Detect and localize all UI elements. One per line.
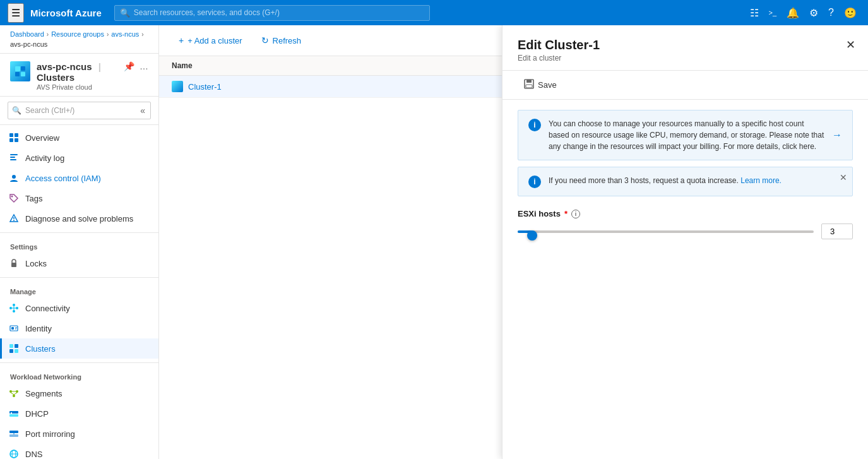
learn-more-link[interactable]: Learn more. <box>740 176 782 185</box>
esxi-hosts-label-info-icon[interactable]: i <box>571 210 580 218</box>
connectivity-icon <box>8 302 20 314</box>
svg-rect-24 <box>11 327 14 330</box>
add-cluster-button[interactable]: + + Add a cluster <box>172 32 249 49</box>
more-options-icon[interactable]: … <box>140 61 148 71</box>
portal-icon-btn[interactable]: ☷ <box>746 3 763 23</box>
esxi-hosts-input[interactable] <box>821 224 853 239</box>
cloud-shell-btn[interactable]: >_ <box>765 5 781 20</box>
sidebar-item-overview[interactable]: Overview <box>0 128 158 148</box>
esxi-hosts-label-text: ESXi hosts <box>518 209 561 218</box>
sidebar: Dashboard › Resource groups › avs-ncus ›… <box>0 25 159 459</box>
breadcrumb-resource-groups[interactable]: Resource groups <box>51 30 104 38</box>
breadcrumb-avs-ncus[interactable]: avs-ncus <box>111 30 139 38</box>
main-content: + + Add a cluster ↻ Refresh Name ESXi ho… <box>159 25 868 459</box>
sidebar-item-label: Identity <box>25 324 52 333</box>
sidebar-item-identity[interactable]: Identity <box>0 318 158 338</box>
global-search-box: 🔍 <box>114 5 430 21</box>
svg-rect-8 <box>10 154 18 155</box>
sidebar-search-area: 🔍 « <box>0 97 158 125</box>
sidebar-item-locks[interactable]: Locks <box>0 253 158 273</box>
hamburger-icon: ☰ <box>11 8 20 18</box>
edit-panel-body: i You can choose to manage your resource… <box>502 100 868 459</box>
sidebar-item-segments[interactable]: Segments <box>0 383 158 403</box>
notifications-btn[interactable]: 🔔 <box>783 3 803 23</box>
svg-rect-4 <box>9 133 13 137</box>
sidebar-search-inner: 🔍 « <box>8 102 151 119</box>
slider-thumb[interactable] <box>527 230 537 241</box>
top-navigation: ☰ Microsoft Azure 🔍 ☷ >_ 🔔 ⚙ ? 🙂 <box>0 0 868 25</box>
edit-panel-close-button[interactable]: ✕ <box>843 35 858 54</box>
svg-rect-5 <box>15 133 18 137</box>
overview-icon <box>8 131 20 144</box>
app-layout: Dashboard › Resource groups › avs-ncus ›… <box>0 25 868 459</box>
info-banner-close-button[interactable]: ✕ <box>840 172 847 182</box>
sidebar-item-dhcp[interactable]: DHCP <box>0 403 158 424</box>
svg-rect-10 <box>10 159 16 160</box>
identity-icon <box>8 322 20 335</box>
breadcrumb-sep-1: › <box>47 31 49 38</box>
svg-line-35 <box>11 393 14 395</box>
resource-header-actions: 📌 … <box>124 61 148 71</box>
portal-icon: ☷ <box>750 7 759 19</box>
settings-btn[interactable]: ⚙ <box>806 3 822 23</box>
svg-point-17 <box>9 307 12 309</box>
resource-header: avs-pc-ncus | Clusters AVS Private cloud… <box>0 54 158 97</box>
edit-cluster-panel: Edit Cluster-1 Edit a cluster ✕ Save <box>502 25 868 459</box>
svg-rect-29 <box>9 349 13 353</box>
sidebar-item-port-mirroring[interactable]: Port mirroring <box>0 424 158 444</box>
sidebar-item-dns[interactable]: DNS <box>0 444 158 459</box>
sidebar-item-label: DHCP <box>25 409 49 419</box>
svg-rect-2 <box>15 72 20 76</box>
breadcrumb: Dashboard › Resource groups › avs-ncus ›… <box>0 25 158 54</box>
svg-point-31 <box>9 390 12 393</box>
global-search-input[interactable] <box>134 8 424 17</box>
activity-log-icon <box>8 152 20 164</box>
esxi-hosts-field: ESXi hosts * i <box>518 209 853 239</box>
dns-icon <box>8 448 20 459</box>
pin-icon[interactable]: 📌 <box>124 61 134 71</box>
settings-icon: ⚙ <box>809 7 818 19</box>
svg-line-36 <box>14 393 17 395</box>
tags-icon <box>8 192 20 205</box>
resource-name-text: avs-pc-ncus <box>37 61 92 72</box>
info-banner-text-1: You can choose to manage your resources … <box>549 118 824 152</box>
sidebar-item-access-control[interactable]: Access control (IAM) <box>0 168 158 188</box>
sidebar-item-tags[interactable]: Tags <box>0 188 158 208</box>
workload-networking-label: Workload Networking <box>0 367 158 383</box>
svg-rect-41 <box>9 434 18 437</box>
edit-panel-toolbar: Save <box>502 71 868 100</box>
sidebar-item-label: DNS <box>25 450 42 459</box>
hamburger-menu[interactable]: ☰ <box>8 3 24 23</box>
sidebar-item-label: Connectivity <box>25 304 70 313</box>
sidebar-item-diagnose[interactable]: Diagnose and solve problems <box>0 208 158 229</box>
sidebar-search-input[interactable] <box>25 106 135 115</box>
info-banner-arrow-1[interactable]: → <box>832 129 842 141</box>
sidebar-item-connectivity[interactable]: Connectivity <box>0 298 158 318</box>
divider-2 <box>0 277 158 278</box>
sidebar-item-label: Segments <box>25 389 62 398</box>
collapse-sidebar-btn[interactable]: « <box>139 104 146 117</box>
sidebar-item-clusters[interactable]: Clusters <box>0 338 158 359</box>
refresh-button[interactable]: ↻ Refresh <box>254 32 309 49</box>
svg-rect-3 <box>21 72 25 76</box>
divider-3 <box>0 362 158 363</box>
resource-subtitle: AVS Private cloud <box>37 83 117 91</box>
svg-rect-27 <box>9 344 13 348</box>
breadcrumb-dashboard[interactable]: Dashboard <box>10 30 44 38</box>
sidebar-item-activity-log[interactable]: Activity log <box>0 148 158 168</box>
info-banner-icon-2: i <box>528 176 541 188</box>
access-control-icon <box>8 172 20 184</box>
svg-rect-39 <box>11 412 12 414</box>
info-banner-resources: i You can choose to manage your resource… <box>518 110 853 160</box>
add-cluster-label: + Add a cluster <box>187 36 242 45</box>
sidebar-item-label: Activity log <box>25 153 64 163</box>
svg-point-33 <box>13 395 15 397</box>
svg-rect-16 <box>11 263 16 267</box>
info-banner-quota: i If you need more than 3 hosts, request… <box>518 167 853 196</box>
feedback-btn[interactable]: 🙂 <box>840 3 860 23</box>
info-banner-icon-1: i <box>528 119 541 131</box>
save-button[interactable]: Save <box>518 76 563 94</box>
help-btn[interactable]: ? <box>824 3 838 22</box>
svg-point-11 <box>12 175 16 179</box>
svg-point-19 <box>13 304 15 306</box>
